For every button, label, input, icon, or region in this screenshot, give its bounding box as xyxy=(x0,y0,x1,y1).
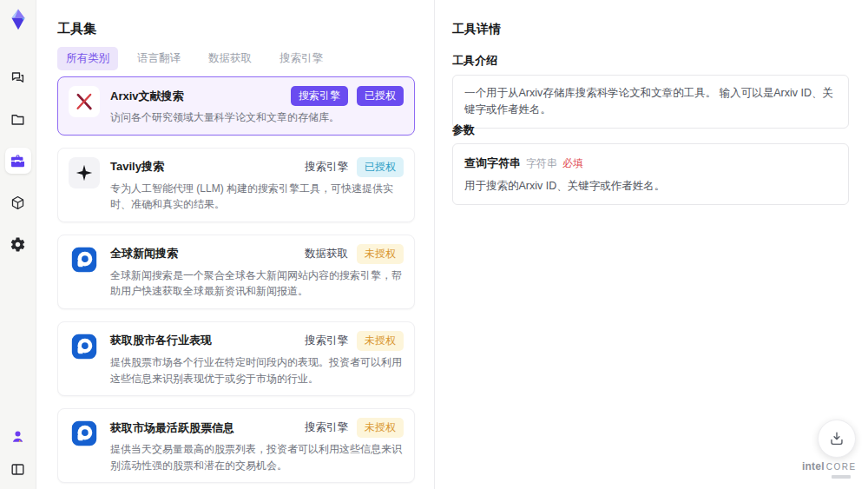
sidebar-bottom xyxy=(5,423,31,482)
tool-category-badge: 搜索引擎 xyxy=(305,160,348,175)
panel-toggle-icon[interactable] xyxy=(5,456,31,482)
folder-icon[interactable] xyxy=(5,106,31,132)
tool-card[interactable]: 获取市场最活跃股票信息 搜索引擎 未授权 提供当天交易量最高的股票列表，投资者可… xyxy=(57,408,415,483)
app-logo-icon xyxy=(5,7,31,33)
tool-card[interactable]: Arxiv文献搜索 搜索引擎 已授权 访问各个研究领域大量科学论文和文章的存储库… xyxy=(57,76,415,135)
download-icon xyxy=(827,429,846,448)
tool-description: 专为人工智能代理 (LLM) 构建的搜索引擎工具，可快速提供实时、准确和真实的结… xyxy=(110,181,404,213)
param-description: 用于搜索的Arxiv ID、关键字或作者姓名。 xyxy=(464,179,837,194)
category-tab[interactable]: 数据获取 xyxy=(200,47,260,70)
tool-name: 获取股市各行业表现 xyxy=(110,333,212,348)
tool-name: 获取市场最活跃股票信息 xyxy=(110,420,234,436)
settings-gear-icon[interactable] xyxy=(5,231,31,257)
tool-status-badge: 未授权 xyxy=(357,331,404,351)
tool-card[interactable]: 获取股市各行业表现 搜索引擎 未授权 提供股票市场各个行业在特定时间段内的表现。… xyxy=(57,321,415,396)
category-tabs: 所有类别语言翻译数据获取搜索引擎 xyxy=(57,47,332,70)
tool-category-badge: 搜索引擎 xyxy=(305,334,348,348)
tool-category-badge: 搜索引擎 xyxy=(291,86,348,106)
category-tab[interactable]: 语言翻译 xyxy=(128,47,189,70)
tool-name: Tavily搜索 xyxy=(110,159,164,175)
detail-title: 工具详情 xyxy=(452,22,501,37)
params-heading: 参数 xyxy=(452,122,475,138)
param-type: 字符串 xyxy=(526,157,557,169)
intel-logo-bar xyxy=(832,475,851,479)
param-box: 查询字符串字符串必填 用于搜索的Arxiv ID、关键字或作者姓名。 xyxy=(452,143,849,205)
param-required-badge: 必填 xyxy=(562,157,583,169)
news-blue-icon xyxy=(69,244,100,275)
tool-card[interactable]: Tavily搜索 搜索引擎 已授权 专为人工智能代理 (LLM) 构建的搜索引擎… xyxy=(57,148,415,222)
intel-core-logo: intelCORE xyxy=(802,459,856,479)
stock-blue-icon xyxy=(69,418,100,449)
page-title: 工具集 xyxy=(57,21,96,37)
tavily-icon xyxy=(69,157,100,188)
category-tab[interactable]: 搜索引擎 xyxy=(271,47,332,70)
tool-name: Arxiv文献搜索 xyxy=(110,89,184,104)
category-tab[interactable]: 所有类别 xyxy=(57,47,118,70)
intro-box: 一个用于从Arxiv存储库搜索科学论文和文章的工具。 输入可以是Arxiv ID… xyxy=(452,75,849,129)
tool-description: 访问各个研究领域大量科学论文和文章的存储库。 xyxy=(110,109,404,126)
arxiv-icon xyxy=(69,86,100,117)
tool-description: 提供股票市场各个行业在特定时间段内的表现。投资者可以利用这些信息来识别表现优于或… xyxy=(110,354,404,387)
chat-icon[interactable] xyxy=(5,64,31,90)
tool-status-badge: 未授权 xyxy=(357,418,404,438)
stock-blue-icon xyxy=(69,331,100,362)
download-button[interactable] xyxy=(818,420,856,458)
param-name: 查询字符串 xyxy=(464,156,521,169)
tool-description: 全球新闻搜索是一个聚合全球各大新闻网站内容的搜索引擎，帮助用户快速获取全球最新资… xyxy=(110,268,404,300)
tool-detail-panel: 工具详情 工具介绍 一个用于从Arxiv存储库搜索科学论文和文章的工具。 输入可… xyxy=(434,0,868,489)
intro-heading: 工具介绍 xyxy=(452,53,497,69)
tool-status-badge: 已授权 xyxy=(357,86,404,106)
tool-list-panel: 工具集 所有类别语言翻译数据获取搜索引擎 Arxiv文献搜索 搜索引擎 已授权 … xyxy=(36,0,434,489)
tool-card[interactable]: 全球新闻搜索 数据获取 未授权 全球新闻搜索是一个聚合全球各大新闻网站内容的搜索… xyxy=(57,235,415,309)
toolbox-icon[interactable] xyxy=(5,148,31,174)
tool-category-badge: 搜索引擎 xyxy=(305,420,348,435)
icon-sidebar xyxy=(0,0,36,489)
tool-status-badge: 未授权 xyxy=(357,244,404,264)
cube-icon[interactable] xyxy=(5,189,31,215)
tool-status-badge: 已授权 xyxy=(357,157,404,177)
tool-list: Arxiv文献搜索 搜索引擎 已授权 访问各个研究领域大量科学论文和文章的存储库… xyxy=(57,76,415,489)
user-avatar-icon[interactable] xyxy=(5,423,31,449)
tool-description: 提供当天交易量最高的股票列表，投资者可以利用这些信息来识别流动性强的股票和潜在的… xyxy=(110,441,404,473)
sidebar-nav xyxy=(5,64,31,257)
tool-category-badge: 数据获取 xyxy=(305,247,348,261)
tool-name: 全球新闻搜索 xyxy=(110,246,178,261)
